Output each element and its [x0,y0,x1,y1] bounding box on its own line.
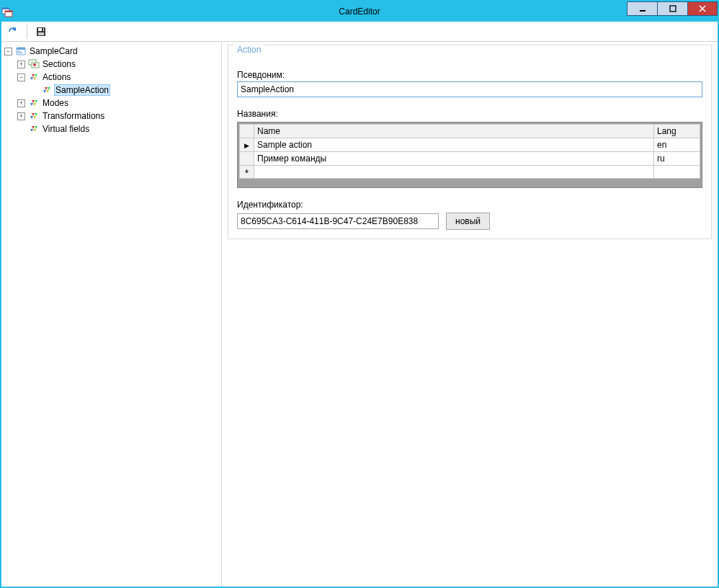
app-icon [1,6,13,17]
grid-cell-empty[interactable] [654,166,700,179]
collapse-icon[interactable]: − [17,74,25,81]
tree-label: Modes [41,98,70,108]
svg-marker-26 [43,90,46,93]
svg-marker-25 [48,87,50,90]
sections-icon [28,58,40,70]
tree-node-sampleaction[interactable]: SampleAction [30,84,221,97]
svg-marker-31 [33,103,36,106]
card-icon [15,45,27,57]
expand-icon[interactable]: + [17,99,25,107]
svg-rect-1 [2,8,9,9]
tree-label: Sections [41,59,77,69]
maximize-icon [669,5,676,12]
svg-point-19 [33,63,36,66]
close-icon [699,5,706,12]
grid-row[interactable]: Пример команды ru [240,152,700,166]
svg-rect-16 [17,53,23,53]
svg-marker-23 [33,77,36,80]
row-header-new[interactable] [240,166,254,179]
tree-label: SampleAction [54,84,110,96]
grid-cell-lang[interactable]: en [654,138,700,152]
svg-marker-36 [32,126,35,129]
svg-rect-11 [42,28,43,31]
tree-pane[interactable]: − SampleCard [1,42,222,587]
svg-marker-33 [35,113,37,116]
minimize-button[interactable] [627,1,657,16]
window-title: CardEditor [1,6,718,17]
alias-label: Псевдоним: [237,70,702,80]
minimize-icon [639,5,646,12]
expander-none [17,125,25,133]
tree-label: Virtual fields [41,124,91,134]
titlebar[interactable]: CardEditor [1,1,718,22]
svg-rect-5 [670,6,676,12]
maximize-button[interactable] [657,1,687,16]
action-groupbox: Action Псевдоним: Названия: [228,45,712,239]
svg-rect-15 [17,51,21,52]
row-header[interactable] [240,152,254,166]
svg-marker-29 [35,100,37,103]
svg-marker-24 [45,87,48,90]
svg-marker-37 [35,126,37,129]
grid-row[interactable]: Sample action en [240,138,700,152]
svg-marker-30 [30,103,33,106]
diamond-icon [28,123,40,135]
tree-node-modes[interactable]: + Modes [17,97,221,110]
svg-marker-27 [46,90,49,93]
svg-marker-28 [32,100,35,103]
toolbar-separator [27,24,27,39]
svg-rect-14 [17,48,25,50]
diamond-icon [28,110,40,122]
id-input[interactable] [237,213,439,229]
close-button[interactable] [687,1,718,16]
svg-marker-38 [30,129,33,132]
tree-node-root[interactable]: − SampleCard [4,45,221,58]
toolbar [1,22,718,42]
diamond-icon [28,71,40,83]
collapse-icon[interactable]: − [4,48,12,55]
save-icon [35,26,47,37]
content-pane: Action Псевдоним: Названия: [225,42,718,587]
tree-node-actions[interactable]: − Actions [17,71,221,84]
svg-marker-35 [33,116,36,119]
save-button[interactable] [32,23,50,40]
expand-icon[interactable]: + [17,61,25,68]
grid-cell-name[interactable]: Sample action [254,138,654,152]
tree-node-virtual-fields[interactable]: Virtual fields [17,122,221,135]
alias-input[interactable] [237,81,702,97]
diamond-icon [41,84,53,96]
grid-cell-name[interactable]: Пример команды [254,152,654,166]
svg-marker-34 [30,116,33,119]
grid-corner[interactable] [240,125,254,138]
groupbox-title: Action [234,45,264,55]
new-id-button[interactable]: новый [446,213,490,230]
grid-new-row[interactable] [240,166,700,179]
names-label: Названия: [237,109,702,119]
grid-cell-lang[interactable]: ru [654,152,700,166]
tree-label: Actions [41,72,72,82]
tree-node-transformations[interactable]: + Transformations [17,110,221,122]
svg-rect-4 [640,10,646,12]
svg-rect-12 [38,32,44,35]
grid-header-name[interactable]: Name [254,125,654,138]
grid-cell-empty[interactable] [254,166,654,179]
svg-rect-3 [5,11,12,12]
expand-icon[interactable]: + [17,112,25,120]
row-header-current[interactable] [240,138,254,152]
svg-marker-39 [33,129,36,132]
svg-marker-21 [35,74,37,77]
tree-node-sections[interactable]: + Sections [17,58,221,71]
svg-marker-32 [32,113,35,116]
svg-marker-20 [32,74,35,77]
body: − SampleCard [1,42,718,587]
svg-marker-22 [30,77,33,80]
refresh-icon [7,26,19,37]
tree-label: Transformations [41,111,106,121]
expander-none [30,86,38,94]
diamond-icon [28,97,40,109]
tree-label: SampleCard [28,46,79,56]
names-grid[interactable]: Name Lang Sample action en [237,122,702,188]
refresh-button[interactable] [4,23,22,40]
app-window: CardEditor [0,0,719,588]
grid-header-lang[interactable]: Lang [654,125,700,138]
